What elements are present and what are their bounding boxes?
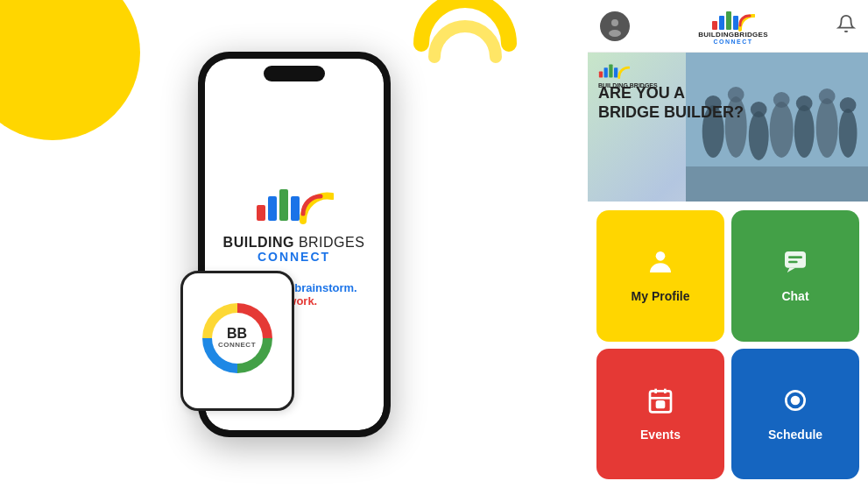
svg-rect-0 bbox=[257, 205, 265, 221]
svg-rect-27 bbox=[604, 67, 608, 77]
svg-rect-38 bbox=[657, 401, 664, 407]
svg-point-24 bbox=[840, 97, 857, 113]
svg-point-30 bbox=[656, 251, 666, 261]
app-header: BUILDINGBRIDGES CONNECT bbox=[588, 0, 868, 53]
banner-logo-svg bbox=[598, 61, 630, 79]
chat-label: Chat bbox=[781, 289, 808, 303]
phone-container: BB CONNECT bbox=[198, 52, 391, 437]
bridges-text: BRIDGES bbox=[299, 235, 365, 250]
grid-buttons: My Profile Chat bbox=[588, 202, 868, 488]
svg-rect-1 bbox=[268, 196, 277, 221]
bb-logo-circle: BB CONNECT bbox=[202, 303, 272, 373]
svg-point-14 bbox=[770, 102, 794, 158]
schedule-icon bbox=[781, 386, 809, 421]
svg-rect-29 bbox=[614, 67, 617, 77]
svg-point-13 bbox=[749, 111, 769, 160]
my-profile-label: My Profile bbox=[632, 289, 690, 303]
svg-point-17 bbox=[839, 109, 857, 158]
svg-point-23 bbox=[819, 88, 836, 104]
schedule-button[interactable]: Schedule bbox=[731, 349, 859, 480]
svg-point-22 bbox=[796, 95, 813, 111]
chat-icon bbox=[781, 248, 809, 282]
yellow-decoration-right bbox=[413, 0, 518, 96]
svg-rect-31 bbox=[785, 251, 806, 268]
people-silhouettes-svg bbox=[686, 53, 868, 202]
tagline-brainstorm: brainstorm. bbox=[294, 281, 357, 294]
banner-event-photo bbox=[686, 53, 868, 202]
yellow-decoration-left bbox=[0, 0, 140, 140]
events-label: Events bbox=[640, 428, 681, 442]
svg-rect-6 bbox=[712, 21, 717, 30]
svg-point-40 bbox=[792, 397, 799, 404]
chat-button[interactable]: Chat bbox=[731, 210, 859, 342]
profile-icon bbox=[646, 248, 674, 282]
connect-text: CONNECT bbox=[223, 251, 365, 264]
svg-rect-28 bbox=[609, 65, 612, 78]
svg-point-21 bbox=[773, 92, 790, 108]
svg-rect-3 bbox=[291, 196, 300, 221]
banner-headline: ARE YOU A BRIDGE BUILDER? bbox=[598, 84, 744, 122]
avatar[interactable] bbox=[600, 11, 630, 41]
headline-line1: ARE YOU A bbox=[598, 84, 744, 103]
brand-text-block: BUILDING BRIDGES CONNECT bbox=[223, 235, 365, 264]
svg-point-16 bbox=[816, 98, 838, 158]
right-panel: BUILDINGBRIDGES CONNECT bbox=[588, 0, 868, 488]
banner: BUILDING BRIDGES ARE YOU A BRIDGE BUILDE… bbox=[588, 53, 868, 202]
svg-rect-25 bbox=[686, 166, 868, 202]
svg-rect-32 bbox=[788, 257, 802, 259]
left-panel: BB CONNECT bbox=[0, 0, 588, 488]
building-bridges-text: BUILDING BRIDGES bbox=[223, 235, 365, 251]
events-icon bbox=[646, 386, 674, 421]
header-logo-bars bbox=[711, 7, 755, 32]
events-button[interactable]: Events bbox=[596, 349, 724, 480]
svg-rect-8 bbox=[726, 11, 731, 30]
header-brand-text: BUILDINGBRIDGES bbox=[698, 32, 768, 39]
building-text: BUILDING bbox=[223, 235, 299, 250]
svg-rect-2 bbox=[279, 189, 288, 221]
svg-point-15 bbox=[794, 105, 815, 158]
logo-bars bbox=[255, 180, 334, 224]
header-logo-svg bbox=[711, 7, 755, 32]
svg-point-5 bbox=[609, 30, 621, 37]
bb-connect-text: CONNECT bbox=[218, 341, 256, 349]
svg-point-4 bbox=[611, 19, 618, 26]
svg-rect-7 bbox=[719, 16, 724, 30]
svg-point-20 bbox=[751, 102, 767, 117]
mini-card: BB CONNECT bbox=[180, 271, 294, 411]
bell-icon[interactable] bbox=[836, 14, 856, 38]
svg-rect-26 bbox=[599, 71, 603, 77]
bb-text: BB bbox=[227, 327, 247, 341]
svg-rect-33 bbox=[788, 261, 798, 264]
header-logo: BUILDINGBRIDGES CONNECT bbox=[698, 7, 768, 45]
svg-rect-9 bbox=[733, 16, 738, 30]
my-profile-button[interactable]: My Profile bbox=[596, 210, 724, 342]
bb-inner: BB CONNECT bbox=[212, 313, 263, 364]
headline-line2: BRIDGE BUILDER? bbox=[598, 103, 744, 123]
phone-notch bbox=[264, 66, 325, 81]
bb-logo-svg bbox=[255, 180, 334, 224]
header-connect-text: CONNECT bbox=[713, 39, 752, 45]
schedule-label: Schedule bbox=[768, 428, 822, 442]
